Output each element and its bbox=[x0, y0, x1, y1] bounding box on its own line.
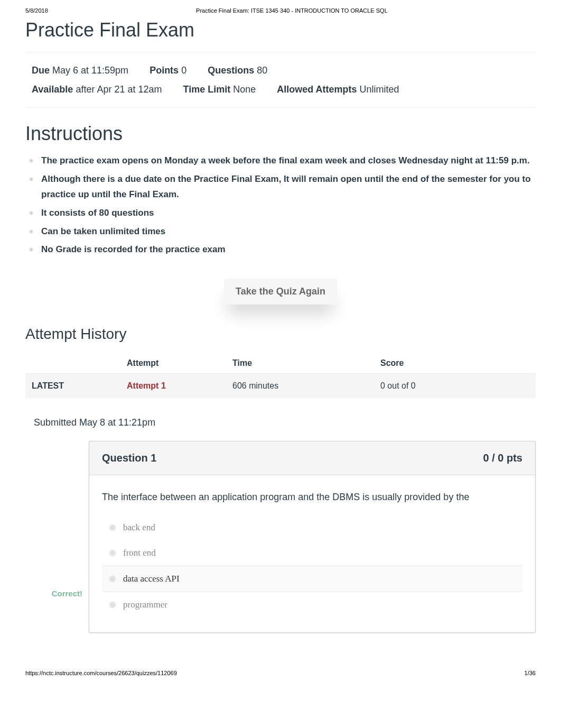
history-header-time: Time bbox=[226, 353, 374, 374]
instructions-list: The practice exam opens on Monday a week… bbox=[25, 153, 536, 257]
meta-due: Due May 6 at 11:59pm bbox=[32, 61, 128, 80]
page-title: Practice Final Exam bbox=[25, 19, 536, 41]
answer-option-correct: data access API bbox=[102, 566, 522, 592]
instructions-item: The practice exam opens on Monday a week… bbox=[30, 153, 536, 169]
table-row: LATEST Attempt 1 606 minutes 0 out of 0 bbox=[25, 374, 536, 399]
footer-url: https://nctc.instructure.com/courses/266… bbox=[25, 670, 177, 676]
print-footer: https://nctc.instructure.com/courses/266… bbox=[25, 654, 536, 686]
question-card: Question 1 0 / 0 pts The interface betwe… bbox=[89, 441, 536, 633]
question-block: Correct! Question 1 0 / 0 pts The interf… bbox=[25, 441, 536, 633]
instructions-item: It consists of 80 questions bbox=[30, 206, 536, 221]
history-header-attempt: Attempt bbox=[120, 353, 226, 374]
take-quiz-again-button[interactable]: Take the Quiz Again bbox=[224, 279, 337, 305]
history-status: LATEST bbox=[32, 381, 64, 390]
print-date: 5/8/2018 bbox=[25, 7, 48, 14]
print-header: 5/8/2018 Practice Final Exam: ITSE 1345 … bbox=[25, 0, 536, 19]
meta-questions: Questions 80 bbox=[208, 61, 267, 80]
quiz-meta: Due May 6 at 11:59pm Points 0 Questions … bbox=[25, 52, 536, 108]
question-options: back end front end data access API progr… bbox=[89, 510, 535, 632]
meta-allowed-attempts: Allowed Attempts Unlimited bbox=[277, 80, 399, 99]
history-time: 606 minutes bbox=[226, 374, 374, 399]
print-title: Practice Final Exam: ITSE 1345 340 - INT… bbox=[196, 7, 388, 14]
submitted-text: Submitted May 8 at 11:21pm bbox=[34, 417, 536, 428]
correct-label: Correct! bbox=[25, 589, 82, 598]
instructions-title: Instructions bbox=[25, 123, 536, 145]
attempt-history-table: Attempt Time Score LATEST Attempt 1 606 … bbox=[25, 353, 536, 398]
instructions-item: Can be taken unlimited times bbox=[30, 224, 536, 239]
attempt-history-title: Attempt History bbox=[25, 326, 536, 343]
footer-page: 1/36 bbox=[525, 670, 536, 676]
meta-time-limit: Time Limit None bbox=[183, 80, 256, 99]
meta-available: Available after Apr 21 at 12am bbox=[32, 80, 162, 99]
attempt-link[interactable]: Attempt 1 bbox=[127, 381, 166, 390]
history-score: 0 out of 0 bbox=[374, 374, 536, 399]
history-header-score: Score bbox=[374, 353, 536, 374]
question-points: 0 / 0 pts bbox=[483, 452, 522, 464]
instructions-item: Although there is a due date on the Prac… bbox=[30, 172, 536, 202]
meta-points: Points 0 bbox=[149, 61, 186, 80]
instructions-item: No Grade is recorded for the practice ex… bbox=[30, 242, 536, 257]
answer-option: front end bbox=[102, 540, 522, 566]
answer-option: programmer bbox=[102, 592, 522, 618]
question-title: Question 1 bbox=[102, 452, 156, 464]
answer-option: back end bbox=[102, 515, 522, 540]
question-text: The interface between an application pro… bbox=[89, 475, 535, 510]
